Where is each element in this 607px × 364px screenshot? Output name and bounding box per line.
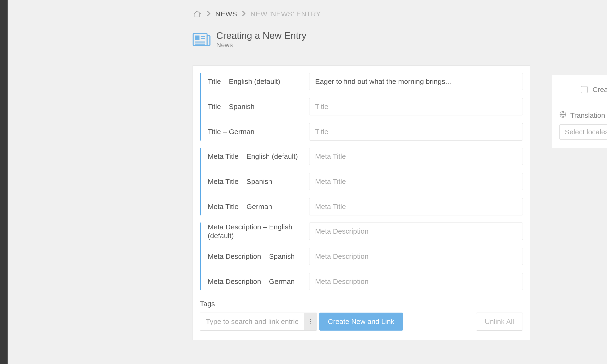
- tags-label: Tags: [200, 300, 523, 308]
- field-row: Title – English (default): [208, 73, 523, 90]
- field-row: Title – Spanish: [208, 98, 523, 116]
- tags-more-button[interactable]: ⋮: [304, 312, 317, 331]
- title-de-input[interactable]: [309, 123, 523, 141]
- home-icon[interactable]: [193, 10, 202, 18]
- locales-select[interactable]: Select locales to f: [559, 124, 607, 140]
- field-label: Meta Title – English (default): [208, 152, 309, 161]
- field-group-meta-title: Meta Title – English (default) Meta Titl…: [200, 148, 523, 215]
- field-row: Title – German: [208, 123, 523, 141]
- field-row: Meta Title – German: [208, 198, 523, 215]
- dots-vertical-icon: ⋮: [307, 318, 314, 325]
- locales-select-placeholder: Select locales to f: [565, 128, 607, 136]
- field-group-meta-description: Meta Description – English (default) Met…: [200, 222, 523, 290]
- meta-title-es-input[interactable]: [309, 173, 523, 190]
- svg-rect-2: [195, 36, 199, 40]
- field-label: Title – English (default): [208, 77, 309, 86]
- chevron-right-icon: [242, 10, 246, 18]
- meta-title-de-input[interactable]: [309, 198, 523, 215]
- field-row: Meta Title – English (default): [208, 148, 523, 165]
- sidebar: [0, 0, 8, 364]
- side-create-label: Create: [593, 86, 607, 94]
- field-row: Meta Description – English (default): [208, 222, 523, 240]
- field-label: Meta Description – Spanish: [208, 252, 309, 261]
- breadcrumb-item-news[interactable]: NEWS: [215, 10, 237, 18]
- globe-icon: [559, 111, 567, 120]
- field-label: Meta Title – German: [208, 202, 309, 211]
- field-label: Meta Description – English (default): [208, 222, 309, 240]
- tags-search-input[interactable]: [200, 312, 304, 331]
- tags-row: ⋮ Create New and Link Unlink All: [200, 312, 523, 331]
- field-label: Title – German: [208, 127, 309, 136]
- meta-desc-es-input[interactable]: [309, 248, 523, 265]
- breadcrumb: NEWS NEW 'NEWS' ENTRY: [193, 10, 607, 18]
- meta-desc-de-input[interactable]: [309, 273, 523, 290]
- field-group-title: Title – English (default) Title – Spanis…: [200, 73, 523, 141]
- field-row: Meta Description – German: [208, 273, 523, 290]
- field-label: Meta Description – German: [208, 277, 309, 286]
- page-title: Creating a New Entry: [216, 30, 306, 41]
- form-card: Title – English (default) Title – Spanis…: [193, 65, 530, 340]
- field-label: Title – Spanish: [208, 102, 309, 111]
- field-row: Meta Description – Spanish: [208, 248, 523, 265]
- title-en-input[interactable]: [309, 73, 523, 90]
- news-icon: [193, 32, 211, 47]
- field-label: Meta Title – Spanish: [208, 177, 309, 186]
- unlink-all-button[interactable]: Unlink All: [476, 312, 523, 331]
- page-heading: Creating a New Entry News: [193, 30, 607, 49]
- meta-title-en-input[interactable]: [309, 148, 523, 165]
- translation-label: Translation: [570, 111, 605, 119]
- title-es-input[interactable]: [309, 98, 523, 116]
- create-checkbox[interactable]: [581, 86, 588, 93]
- create-and-link-button[interactable]: Create New and Link: [319, 312, 403, 331]
- field-row: Meta Title – Spanish: [208, 173, 523, 190]
- breadcrumb-item-current: NEW 'NEWS' ENTRY: [251, 10, 321, 18]
- svg-rect-1: [207, 36, 210, 46]
- chevron-right-icon: [207, 10, 211, 18]
- side-panel: Create Translation Select locales to f: [552, 75, 607, 148]
- page-subtitle: News: [216, 41, 306, 49]
- meta-desc-en-input[interactable]: [309, 222, 523, 240]
